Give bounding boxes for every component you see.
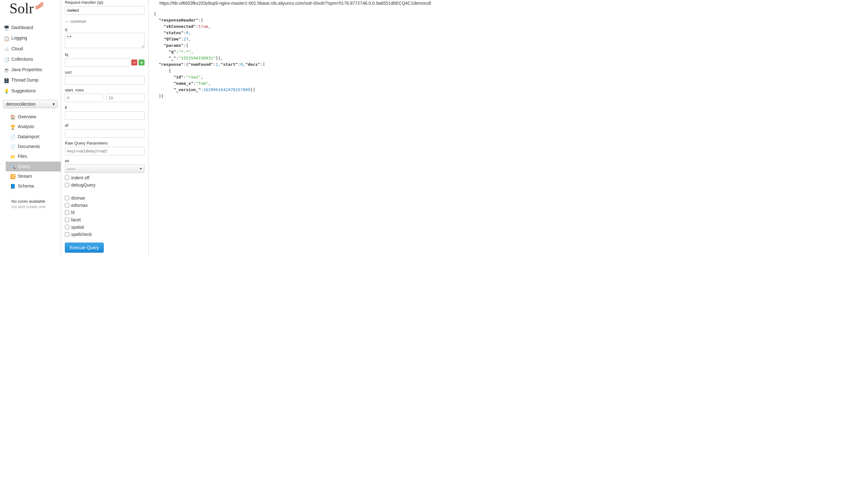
result-url[interactable]: https://hb-uf6653fkv203y9op9-nginx-maste… — [152, 0, 865, 8]
solr-logo-icon — [35, 1, 44, 10]
fq-remove-button[interactable]: − — [131, 60, 137, 65]
nav-label: Suggestions — [11, 88, 36, 93]
nav-label: Logging — [11, 35, 27, 40]
no-cores-title: No cores available — [11, 199, 58, 204]
subnav-label: Analysis — [18, 124, 34, 129]
nav-label: Cloud — [11, 46, 23, 51]
subnav-dataimport[interactable]: 📄Dataimport — [6, 132, 61, 142]
nav-label: Java Properties — [11, 67, 42, 72]
cloud-icon: ☁️ — [4, 46, 9, 52]
df-label: df — [65, 123, 145, 128]
wt-label: wt — [65, 158, 145, 163]
subnav-query[interactable]: 🔍Query — [6, 162, 61, 171]
hl-checkbox[interactable] — [65, 210, 69, 215]
nav-item-cloud[interactable]: ☁️Cloud — [0, 44, 61, 54]
subnav-label: Query — [18, 164, 30, 169]
rows-input[interactable] — [106, 94, 145, 102]
logging-icon: 📋 — [4, 36, 9, 41]
subnav-overview[interactable]: 🏠Overview — [6, 112, 61, 122]
q-label: q — [65, 27, 145, 32]
spellcheck-label: spellcheck — [71, 232, 92, 237]
fq-label: fq — [65, 52, 145, 57]
common-legend: common — [65, 19, 145, 24]
subnav-label: Overview — [18, 114, 36, 119]
funnel-icon: 🏆 — [10, 125, 15, 130]
core-selector-value: democollection — [6, 101, 35, 106]
fq-input[interactable] — [65, 58, 130, 67]
dismax-checkbox[interactable] — [65, 196, 69, 200]
core-sub-nav: 🏠Overview 🏆Analysis 📄Dataimport 📄Documen… — [6, 112, 61, 191]
spatial-checkbox[interactable] — [65, 225, 69, 229]
fl-label: fl — [65, 105, 145, 110]
logo-text: Solr — [9, 0, 34, 17]
collections-icon: 📑 — [4, 57, 9, 62]
import-icon: 📄 — [10, 134, 15, 139]
df-input[interactable] — [65, 129, 145, 137]
nav-item-threaddump[interactable]: 🗄️Thread Dump — [0, 75, 61, 86]
facet-label: facet — [71, 217, 81, 222]
folder-icon: 📁 — [10, 154, 15, 159]
no-cores-sub[interactable]: Go and create one — [11, 204, 58, 209]
subnav-analysis[interactable]: 🏆Analysis — [6, 122, 61, 132]
fl-input[interactable] — [65, 111, 145, 120]
nav-item-java[interactable]: ☕Java Properties — [0, 65, 61, 75]
spatial-label: spatial — [71, 225, 84, 230]
execute-query-button[interactable]: Execute Query — [65, 243, 104, 253]
main-nav: 🖥️Dashboard 📋Logging ☁️Cloud 📑Collection… — [0, 23, 61, 96]
debug-label: debugQuery — [71, 183, 96, 188]
start-input[interactable] — [65, 94, 103, 102]
java-icon: ☕ — [4, 67, 9, 72]
subnav-label: Stream — [18, 173, 32, 179]
thread-icon: 🗄️ — [4, 78, 9, 83]
nav-item-suggestions[interactable]: 💡Suggestions — [0, 86, 61, 96]
raw-label: Raw Query Parameters — [65, 141, 145, 146]
bulb-icon: 💡 — [4, 89, 9, 94]
dashboard-icon: 🖥️ — [4, 25, 9, 30]
subnav-schema[interactable]: 📘Schema — [6, 181, 61, 191]
result-panel: https://hb-uf6653fkv203y9op9-nginx-maste… — [149, 0, 868, 257]
subnav-documents[interactable]: 📄Documents — [6, 142, 61, 152]
sort-input[interactable] — [65, 76, 145, 85]
subnav-label: Schema — [18, 184, 34, 189]
no-cores-block: No cores available Go and create one — [11, 199, 58, 209]
schema-icon: 📘 — [10, 184, 15, 189]
raw-input[interactable] — [65, 147, 145, 155]
documents-icon: 📄 — [10, 144, 15, 149]
qt-label: Request-Handler (qt) — [65, 0, 145, 5]
edismax-label: edismax — [71, 203, 88, 208]
subnav-label: Dataimport — [18, 134, 39, 139]
nav-label: Collections — [11, 57, 33, 62]
spellcheck-checkbox[interactable] — [65, 232, 69, 236]
search-icon: 🔍 — [10, 164, 15, 169]
sidebar: Solr 🖥️Dashboard 📋Logging ☁️Cloud 📑Colle… — [0, 0, 61, 257]
q-input[interactable]: *:* — [65, 33, 145, 48]
edismax-checkbox[interactable] — [65, 203, 69, 207]
hl-label: hl — [71, 210, 75, 215]
wt-select[interactable]: ------ — [65, 164, 145, 173]
nav-item-logging[interactable]: 📋Logging — [0, 33, 61, 43]
startrows-label: start, rows — [65, 88, 145, 92]
home-icon: 🏠 — [10, 115, 15, 120]
nav-label: Dashboard — [11, 25, 33, 30]
qt-input[interactable] — [65, 6, 145, 14]
stream-icon: 🔀 — [10, 174, 15, 179]
indent-checkbox[interactable] — [65, 175, 69, 180]
subnav-files[interactable]: 📁Files — [6, 152, 61, 161]
nav-item-collections[interactable]: 📑Collections — [0, 54, 61, 65]
fq-add-button[interactable]: + — [138, 60, 145, 65]
logo: Solr — [0, 0, 61, 20]
nav-label: Thread Dump — [11, 77, 39, 83]
query-form: Request-Handler (qt) common q *:* fq − +… — [61, 0, 149, 257]
indent-label: indent off — [71, 175, 89, 180]
sort-label: sort — [65, 70, 145, 75]
json-output: { "responseHeader":{ "zkConnected":true,… — [152, 8, 865, 102]
facet-checkbox[interactable] — [65, 218, 69, 222]
subnav-stream[interactable]: 🔀Stream — [6, 171, 61, 181]
core-selector[interactable]: democollection ▾ — [3, 100, 58, 108]
chevron-down-icon: ▾ — [53, 101, 55, 106]
subnav-label: Documents — [18, 144, 40, 149]
nav-item-dashboard[interactable]: 🖥️Dashboard — [0, 23, 61, 33]
debug-checkbox[interactable] — [65, 183, 69, 187]
dismax-label: dismax — [71, 195, 85, 200]
subnav-label: Files — [18, 154, 27, 159]
